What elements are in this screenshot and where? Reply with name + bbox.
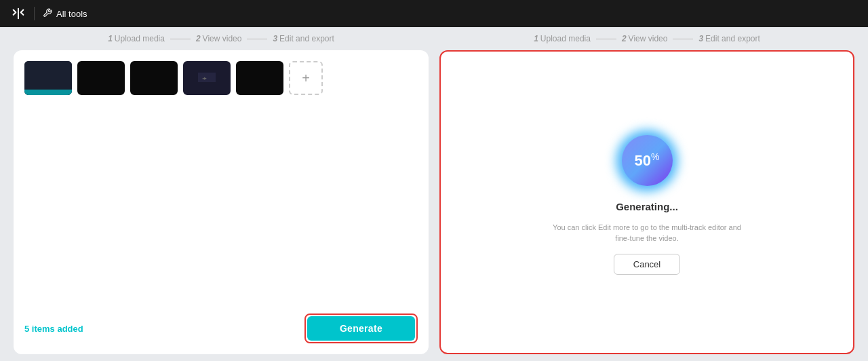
thumbnail-3[interactable]	[130, 61, 178, 95]
left-step-1-num: 1	[108, 34, 113, 43]
right-step-1: 1 Upload media	[534, 34, 591, 43]
left-step-line-2	[247, 39, 267, 39]
right-step-2-num: 2	[622, 34, 627, 43]
left-card: ●▶ + 5 items added Generate	[14, 50, 429, 354]
left-step-3-label: Edit and export	[279, 34, 334, 43]
progress-symbol: %	[651, 151, 659, 162]
add-thumbnail-button[interactable]: +	[289, 61, 323, 95]
left-step-2-num: 2	[196, 34, 201, 43]
progress-circle-inner: 50%	[622, 135, 673, 186]
wondershare-icon	[11, 6, 26, 21]
progress-value: 50%	[635, 151, 660, 170]
right-step-2-label: View video	[629, 34, 668, 43]
thumbnail-2[interactable]	[77, 61, 125, 95]
thumbnails-row: ●▶ +	[24, 61, 418, 95]
right-stepper: 1 Upload media 2 View video 3 Edit and e…	[534, 34, 760, 43]
progress-circle: 50%	[616, 130, 677, 191]
left-step-3-num: 3	[273, 34, 277, 43]
navbar-logo	[11, 6, 26, 21]
right-panel: 1 Upload media 2 View video 3 Edit and e…	[439, 27, 854, 354]
items-number: 5	[24, 324, 29, 334]
generating-subtitle: You can click Edit more to go to the mul…	[552, 222, 742, 244]
items-label: items added	[32, 324, 83, 334]
generate-button[interactable]: Generate	[307, 316, 415, 341]
navbar: All tools	[0, 0, 868, 27]
right-step-1-label: Upload media	[540, 34, 591, 43]
left-panel: 1 Upload media 2 View video 3 Edit and e…	[14, 27, 429, 354]
main-content: 1 Upload media 2 View video 3 Edit and e…	[0, 27, 868, 361]
right-card: 50% Generating... You can click Edit mor…	[439, 50, 854, 354]
all-tools-icon	[43, 8, 52, 20]
svg-text:●▶: ●▶	[202, 76, 207, 80]
navbar-divider	[34, 7, 35, 20]
left-step-2-label: View video	[203, 34, 242, 43]
progress-number: 50	[635, 152, 651, 169]
thumbnail-1[interactable]	[24, 61, 72, 95]
right-step-line-1	[596, 39, 616, 39]
navbar-tools-section: All tools	[43, 8, 87, 20]
all-tools-label[interactable]: All tools	[56, 9, 87, 19]
left-step-2: 2 View video	[196, 34, 242, 43]
card-bottom: 5 items added Generate	[24, 308, 418, 343]
right-step-3: 3 Edit and export	[698, 34, 760, 43]
thumbnail-4[interactable]: ●▶	[183, 61, 231, 95]
right-step-2: 2 View video	[622, 34, 668, 43]
plus-icon: +	[302, 71, 310, 86]
left-step-line-1	[170, 39, 191, 39]
cancel-button[interactable]: Cancel	[614, 254, 680, 275]
right-step-3-label: Edit and export	[705, 34, 760, 43]
right-step-1-num: 1	[534, 34, 538, 43]
items-count: 5 items added	[24, 324, 83, 334]
left-stepper: 1 Upload media 2 View video 3 Edit and e…	[108, 34, 334, 43]
thumbnail-5[interactable]	[236, 61, 283, 95]
right-step-3-num: 3	[698, 34, 703, 43]
generate-button-wrapper: Generate	[304, 314, 418, 343]
left-step-1-label: Upload media	[115, 34, 165, 43]
left-step-1: 1 Upload media	[108, 34, 165, 43]
right-step-line-2	[673, 39, 693, 39]
progress-container: 50% Generating... You can click Edit mor…	[552, 130, 742, 275]
left-step-3: 3 Edit and export	[273, 34, 334, 43]
generating-title: Generating...	[616, 201, 678, 212]
